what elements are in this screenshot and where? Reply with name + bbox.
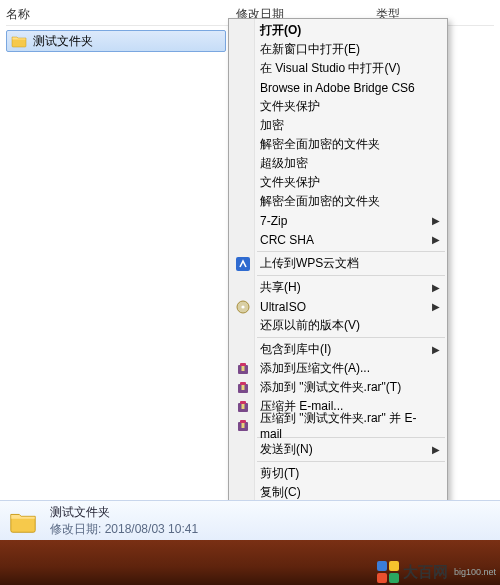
svg-rect-4 bbox=[240, 363, 246, 366]
menu-compress-named-and-email[interactable]: 压缩到 "测试文件夹.rar" 并 E-mail bbox=[230, 416, 446, 435]
menu-restore-previous-versions[interactable]: 还原以前的版本(V) bbox=[230, 316, 446, 335]
submenu-arrow-icon: ▶ bbox=[432, 215, 440, 226]
svg-rect-8 bbox=[242, 385, 245, 390]
selected-folder-row[interactable]: 测试文件夹 bbox=[6, 30, 226, 52]
menu-add-to-named-rar[interactable]: 添加到 "测试文件夹.rar"(T) bbox=[230, 378, 446, 397]
menu-separator bbox=[257, 337, 445, 338]
svg-rect-7 bbox=[240, 382, 246, 385]
svg-rect-13 bbox=[240, 420, 246, 423]
status-folder-name: 测试文件夹 bbox=[50, 504, 198, 521]
menu-browse-adobe-bridge[interactable]: Browse in Adobe Bridge CS6 bbox=[230, 78, 446, 97]
menu-open-visual-studio[interactable]: 在 Visual Studio 中打开(V) bbox=[230, 59, 446, 78]
menu-include-in-library[interactable]: 包含到库中(I)▶ bbox=[230, 340, 446, 359]
watermark: 大百网 big100.net bbox=[377, 561, 496, 583]
explorer-status-bar: 测试文件夹 修改日期: 2018/08/03 10:41 bbox=[0, 500, 500, 540]
submenu-arrow-icon: ▶ bbox=[432, 301, 440, 312]
menu-folder-protect-1[interactable]: 文件夹保护 bbox=[230, 97, 446, 116]
menu-upload-wps[interactable]: 上传到WPS云文档 bbox=[230, 254, 446, 273]
winrar-icon bbox=[234, 417, 252, 435]
winrar-icon bbox=[234, 379, 252, 397]
menu-decrypt-all-2[interactable]: 解密全面加密的文件夹 bbox=[230, 192, 446, 211]
menu-decrypt-all-1[interactable]: 解密全面加密的文件夹 bbox=[230, 135, 446, 154]
menu-cut[interactable]: 剪切(T) bbox=[230, 464, 446, 483]
svg-rect-0 bbox=[236, 257, 250, 271]
winrar-icon bbox=[234, 398, 252, 416]
watermark-url: big100.net bbox=[454, 567, 496, 577]
watermark-brand: 大百网 bbox=[403, 563, 448, 582]
folder-name-label: 测试文件夹 bbox=[33, 33, 93, 50]
submenu-arrow-icon: ▶ bbox=[432, 344, 440, 355]
col-name[interactable]: 名称 bbox=[6, 6, 236, 23]
menu-crc-sha[interactable]: CRC SHA▶ bbox=[230, 230, 446, 249]
menu-open[interactable]: 打开(O) bbox=[230, 21, 446, 40]
folder-icon-large bbox=[8, 506, 38, 536]
folder-icon bbox=[11, 33, 27, 49]
svg-rect-11 bbox=[242, 404, 245, 409]
watermark-logo-icon bbox=[377, 561, 399, 583]
winrar-icon bbox=[234, 360, 252, 378]
menu-encrypt[interactable]: 加密 bbox=[230, 116, 446, 135]
submenu-arrow-icon: ▶ bbox=[432, 282, 440, 293]
menu-super-encrypt[interactable]: 超级加密 bbox=[230, 154, 446, 173]
menu-ultraiso[interactable]: UltraISO▶ bbox=[230, 297, 446, 316]
menu-send-to[interactable]: 发送到(N)▶ bbox=[230, 440, 446, 459]
wps-icon bbox=[234, 255, 252, 273]
status-text: 测试文件夹 修改日期: 2018/08/03 10:41 bbox=[50, 504, 198, 538]
menu-separator bbox=[257, 461, 445, 462]
menu-separator bbox=[257, 251, 445, 252]
submenu-arrow-icon: ▶ bbox=[432, 234, 440, 245]
menu-open-new-window[interactable]: 在新窗口中打开(E) bbox=[230, 40, 446, 59]
menu-separator bbox=[257, 275, 445, 276]
svg-rect-14 bbox=[242, 423, 245, 428]
ultraiso-icon bbox=[234, 298, 252, 316]
svg-point-2 bbox=[241, 305, 244, 308]
svg-rect-10 bbox=[240, 401, 246, 404]
menu-folder-protect-2[interactable]: 文件夹保护 bbox=[230, 173, 446, 192]
menu-7zip[interactable]: 7-Zip▶ bbox=[230, 211, 446, 230]
svg-rect-5 bbox=[242, 366, 245, 371]
menu-add-to-archive[interactable]: 添加到压缩文件(A)... bbox=[230, 359, 446, 378]
submenu-arrow-icon: ▶ bbox=[432, 444, 440, 455]
status-modified-date: 修改日期: 2018/08/03 10:41 bbox=[50, 521, 198, 538]
menu-share[interactable]: 共享(H)▶ bbox=[230, 278, 446, 297]
